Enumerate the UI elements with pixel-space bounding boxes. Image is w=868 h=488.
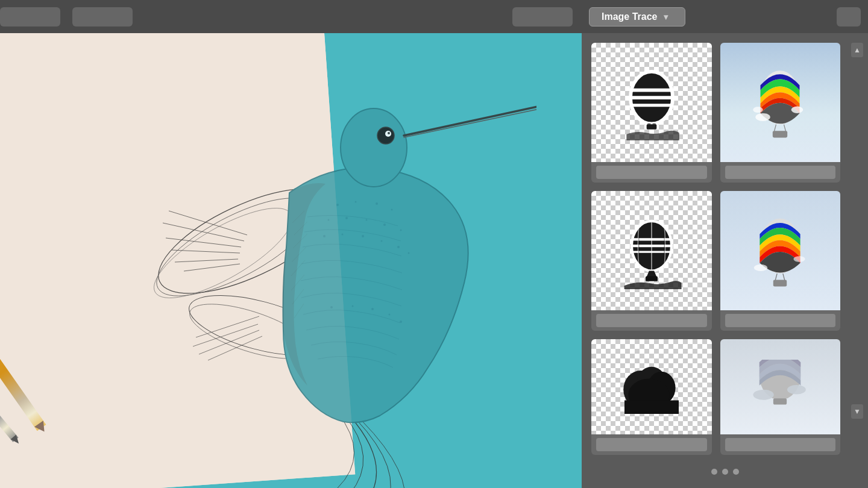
svg-rect-82 (773, 398, 787, 404)
pagination-dot-3[interactable] (733, 469, 739, 475)
svg-point-22 (391, 209, 393, 211)
svg-line-7 (175, 259, 238, 262)
panel-action-button[interactable] (837, 7, 861, 27)
svg-point-81 (787, 385, 806, 394)
pagination-dot-1[interactable] (711, 469, 717, 475)
scroll-up-button[interactable]: ▲ (851, 43, 863, 57)
panel-header: Image Trace ▾ (582, 0, 868, 33)
svg-point-34 (330, 306, 333, 308)
svg-line-70 (783, 274, 785, 281)
svg-line-6 (172, 250, 240, 253)
svg-point-28 (323, 235, 326, 237)
svg-point-61 (753, 107, 763, 113)
hummingbird-artwork (78, 30, 536, 488)
toolbar-button-1[interactable] (0, 7, 60, 27)
thumbnail-image-3 (591, 191, 712, 310)
svg-line-13 (199, 330, 259, 354)
svg-point-38 (400, 321, 402, 323)
thumbnail-image-5 (591, 339, 712, 434)
svg-line-3 (169, 211, 247, 235)
thumbnail-label-1 (596, 166, 707, 179)
svg-point-27 (400, 230, 402, 231)
thumbnail-card-5[interactable] (591, 339, 712, 455)
svg-point-72 (754, 264, 767, 271)
svg-point-80 (753, 390, 774, 400)
svg-rect-52 (646, 124, 656, 129)
svg-point-25 (366, 219, 368, 221)
svg-rect-71 (773, 280, 787, 286)
svg-point-24 (345, 217, 348, 219)
svg-point-59 (756, 113, 770, 121)
thumbnail-label-5 (596, 438, 707, 451)
svg-point-29 (342, 234, 344, 236)
svg-point-21 (376, 202, 378, 205)
thumbnail-image-2 (720, 43, 841, 162)
image-trace-panel: Image Trace ▾ ▲ (582, 0, 868, 488)
svg-point-32 (397, 246, 400, 248)
svg-point-23 (328, 219, 330, 221)
svg-point-2 (142, 192, 303, 314)
thumbnail-image-1 (591, 43, 712, 162)
scroll-down-button[interactable]: ▼ (851, 404, 863, 419)
thumbnail-card-1[interactable] (591, 43, 712, 183)
thumbnail-card-2[interactable] (720, 43, 841, 183)
svg-point-33 (408, 252, 410, 254)
thumbnail-label-2 (725, 166, 836, 179)
svg-line-5 (166, 238, 241, 247)
panel-title-button[interactable]: Image Trace ▾ (589, 7, 685, 27)
toolbar-button-3[interactable] (512, 7, 573, 27)
svg-rect-78 (624, 401, 679, 414)
chevron-down-icon: ▾ (664, 12, 668, 22)
svg-rect-58 (773, 131, 787, 137)
svg-point-31 (381, 240, 383, 242)
svg-line-4 (163, 223, 244, 241)
panel-footer (582, 455, 868, 488)
scroll-up-icon: ▲ (854, 46, 861, 54)
scroll-down-icon: ▼ (854, 407, 861, 416)
svg-line-57 (784, 125, 786, 132)
svg-point-26 (383, 224, 386, 226)
thumbnail-label-4 (725, 314, 836, 327)
thumbnail-card-6[interactable] (720, 339, 841, 455)
thumbnail-label-3 (596, 314, 707, 327)
thumbnail-label-6 (725, 438, 836, 451)
thumbnail-image-4 (720, 191, 841, 310)
svg-point-19 (336, 204, 339, 206)
svg-line-69 (775, 274, 777, 281)
svg-point-18 (388, 132, 390, 134)
svg-point-35 (352, 305, 354, 307)
svg-line-56 (775, 125, 776, 132)
thumbnail-card-3[interactable] (591, 191, 712, 331)
panel-title-label: Image Trace (602, 11, 658, 22)
svg-point-60 (791, 107, 804, 113)
svg-point-36 (371, 308, 374, 310)
toolbar-button-2[interactable] (72, 7, 133, 27)
thumbnail-image-6 (720, 339, 841, 434)
svg-point-37 (389, 314, 391, 316)
pagination-dot-2[interactable] (722, 469, 728, 475)
svg-point-20 (355, 201, 357, 203)
svg-line-8 (184, 264, 240, 271)
thumbnail-card-4[interactable] (720, 191, 841, 331)
svg-rect-67 (646, 277, 658, 281)
thumbnails-grid (591, 43, 858, 455)
svg-point-15 (341, 108, 407, 187)
svg-point-30 (362, 235, 364, 237)
svg-point-73 (794, 256, 805, 262)
panel-content: ▲ (582, 33, 868, 455)
